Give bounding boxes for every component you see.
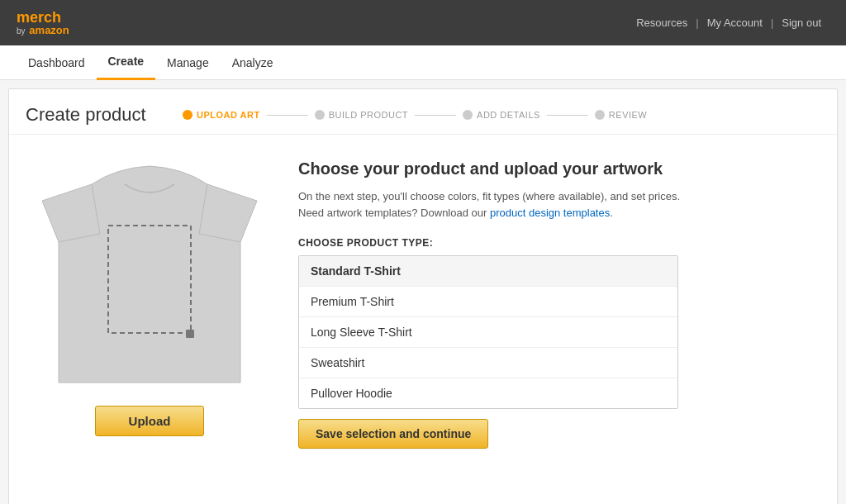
svg-rect-3 (186, 330, 194, 338)
panel-desc-1: On the next step, you'll choose colors, … (298, 190, 680, 202)
save-selection-button[interactable]: Save selection and continue (298, 419, 488, 449)
step-add-details: Add Details (463, 110, 540, 120)
step-circle-3 (463, 110, 473, 120)
step-circle-4 (595, 110, 605, 120)
product-item-sweatshirt[interactable]: Sweatshirt (299, 348, 677, 378)
page-title: Create product (26, 104, 158, 126)
header: merch by amazon Resources | My Account |… (0, 0, 846, 45)
step-label-2: Build Product (329, 110, 408, 120)
nav-analyze[interactable]: Analyze (221, 46, 285, 79)
product-item-standard-tshirt[interactable]: Standard T-Shirt (299, 256, 677, 287)
nav-dashboard[interactable]: Dashboard (17, 46, 97, 79)
step-label-1: Upload Art (197, 110, 260, 120)
content-area: Upload Choose your product and upload yo… (9, 135, 837, 465)
logo: merch by amazon (17, 10, 69, 36)
step-line-2 (415, 115, 456, 116)
svg-marker-0 (42, 184, 100, 242)
step-circle-1 (183, 110, 192, 120)
top-nav: Dashboard Create Manage Analyze (0, 45, 846, 80)
choose-product-label: Choose Product Type: (298, 237, 820, 249)
page-title-bar: Create product Upload Art Build Product … (9, 89, 837, 135)
step-label-3: Add Details (477, 110, 540, 120)
product-item-pullover-hoodie[interactable]: Pullover Hoodie (299, 378, 677, 408)
product-item-long-sleeve[interactable]: Long Sleeve T-Shirt (299, 317, 677, 348)
panel-description: On the next step, you'll choose colors, … (298, 188, 820, 221)
tshirt-area: Upload (26, 151, 273, 449)
step-upload-art: Upload Art (183, 110, 260, 120)
header-nav: Resources | My Account | Sign out (628, 17, 829, 29)
panel-desc-2: Need artwork templates? Download our (298, 207, 490, 219)
svg-marker-1 (199, 184, 257, 242)
right-panel: Choose your product and upload your artw… (298, 151, 820, 449)
resources-link[interactable]: Resources (628, 17, 696, 29)
panel-title: Choose your product and upload your artw… (298, 159, 820, 178)
logo-merch: merch (17, 10, 69, 25)
nav-create[interactable]: Create (97, 45, 156, 80)
my-account-link[interactable]: My Account (699, 17, 771, 29)
panel-desc-3: . (610, 207, 613, 219)
sign-out-link[interactable]: Sign out (773, 17, 829, 29)
tshirt-preview (34, 151, 265, 399)
main-content: Create product Upload Art Build Product … (8, 88, 838, 504)
template-link[interactable]: product design templates (490, 207, 610, 219)
step-line-1 (267, 115, 308, 116)
product-item-premium-tshirt[interactable]: Premium T-Shirt (299, 287, 677, 317)
nav-manage[interactable]: Manage (155, 46, 221, 79)
step-build-product: Build Product (315, 110, 408, 120)
logo-by: by amazon (17, 25, 69, 36)
step-label-4: Review (609, 110, 647, 120)
step-circle-2 (315, 110, 325, 120)
upload-button[interactable]: Upload (95, 406, 205, 436)
product-type-list: Standard T-Shirt Premium T-Shirt Long Sl… (298, 255, 678, 409)
step-review: Review (595, 110, 647, 120)
step-line-3 (547, 115, 588, 116)
stepper: Upload Art Build Product Add Details Rev… (183, 110, 647, 120)
